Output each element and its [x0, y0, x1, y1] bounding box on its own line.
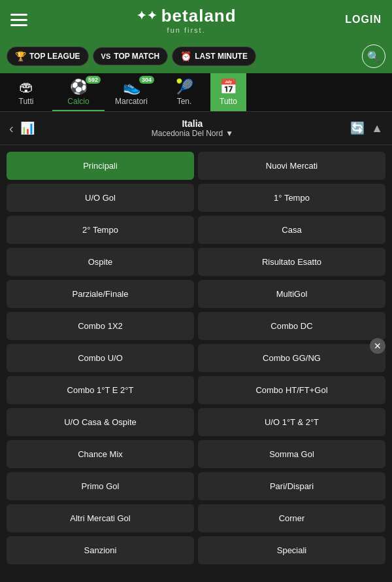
market-btn-uo-gol[interactable]: U/O Gol	[7, 184, 194, 212]
market-btn-pari-dispari[interactable]: Pari/Dispari	[198, 472, 385, 500]
logo-sub: fun first.	[167, 26, 206, 34]
nav-pills: 🏆 TOP LEAGUE VS TOP MATCH ⏰ LAST MINUTE …	[0, 39, 392, 73]
match-country: Italia	[41, 118, 344, 129]
market-btn-primo-gol[interactable]: Primo Gol	[7, 472, 194, 500]
match-title: Italia Macedonia Del Nord ▼	[41, 118, 344, 138]
market-btn-parziale-finale[interactable]: Parziale/Finale	[7, 280, 194, 308]
market-btn-combo-ht-ft-gol[interactable]: Combo HT/FT+Gol	[198, 376, 385, 404]
prev-arrow[interactable]: ‹	[9, 121, 14, 136]
match-teams: Macedonia Del Nord ▼	[41, 129, 344, 138]
market-btn-combo-uo[interactable]: Combo U/O	[7, 344, 194, 372]
pill-last-minute[interactable]: ⏰ LAST MINUTE	[172, 46, 256, 66]
hamburger-menu[interactable]	[10, 14, 27, 26]
market-btn-chance-mix[interactable]: Chance Mix	[7, 440, 194, 468]
trophy-icon: 🏆	[15, 51, 26, 61]
market-btn-combo-1x2[interactable]: Combo 1X2	[7, 312, 194, 340]
tab-tutti[interactable]: 🏟 Tutti	[0, 73, 52, 111]
sport-tabs: 🏟 Tutti 592 ⚽ Calcio 304 👟 Marcatori 🎾 T…	[0, 73, 392, 112]
market-btn-altri-mercati-gol[interactable]: Altri Mercati Gol	[7, 504, 194, 532]
logo: ✦✦ betaland fun first.	[137, 6, 237, 34]
market-btn-casa[interactable]: Casa	[198, 216, 385, 244]
shoe-icon: 👟	[123, 78, 140, 95]
chart-icon: 📊	[20, 121, 35, 135]
login-button[interactable]: LOGIN	[345, 14, 382, 26]
chevron-up-icon[interactable]: ▲	[371, 122, 383, 135]
pill-top-match[interactable]: VS TOP MATCH	[93, 47, 169, 65]
market-grid: PrincipaliNuovi MercatiU/O Gol1° Tempo2°…	[0, 145, 392, 568]
close-button[interactable]: ✕	[370, 338, 385, 354]
chevron-down-icon: ▼	[225, 129, 233, 138]
market-btn-principali[interactable]: Principali	[7, 152, 194, 180]
market-btn-2-tempo[interactable]: 2° Tempo	[7, 216, 194, 244]
tab-tennis[interactable]: 🎾 Ten.	[158, 73, 210, 111]
market-btn-ospite[interactable]: Ospite	[7, 248, 194, 276]
soccer-icon: ⚽	[70, 78, 88, 95]
tab-tutto[interactable]: 📅 Tutto	[210, 73, 246, 111]
tab-calcio[interactable]: 592 ⚽ Calcio	[52, 73, 105, 111]
market-btn-uo-1t-2t[interactable]: U/O 1°T & 2°T	[198, 408, 385, 436]
market-btn-combo-1t-2t[interactable]: Combo 1°T E 2°T	[7, 376, 194, 404]
market-btn-somma-gol[interactable]: Somma Gol	[198, 440, 385, 468]
market-btn-multigol[interactable]: MultiGol	[198, 280, 385, 308]
vs-icon: VS	[101, 52, 111, 60]
search-icon: 🔍	[367, 50, 380, 63]
pill-top-league[interactable]: 🏆 TOP LEAGUE	[7, 46, 89, 66]
header: ✦✦ betaland fun first. LOGIN	[0, 0, 392, 39]
market-btn-1-tempo[interactable]: 1° Tempo	[198, 184, 385, 212]
logo-text: betaland	[161, 6, 237, 26]
calendar-icon: 📅	[220, 78, 237, 95]
market-btn-combo-dc[interactable]: Combo DC	[198, 312, 385, 340]
market-btn-nuovi-mercati[interactable]: Nuovi Mercati	[198, 152, 385, 180]
market-btn-corner[interactable]: Corner	[198, 504, 385, 532]
logo-icon: ✦✦	[137, 9, 157, 23]
market-btn-combo-ggng[interactable]: Combo GG/NG	[198, 344, 385, 372]
refresh-icon[interactable]: 🔄	[350, 121, 365, 135]
market-btn-risultato-esatto[interactable]: Risultato Esatto	[198, 248, 385, 276]
market-btn-speciali[interactable]: Speciali	[198, 536, 385, 564]
tab-marcatori[interactable]: 304 👟 Marcatori	[105, 73, 158, 111]
market-btn-sanzioni[interactable]: Sanzioni	[7, 536, 194, 564]
clock-icon: ⏰	[180, 51, 191, 61]
tennis-icon: 🎾	[176, 78, 193, 95]
search-button[interactable]: 🔍	[362, 44, 385, 68]
market-btn-uo-casa-ospite[interactable]: U/O Casa & Ospite	[7, 408, 194, 436]
stadium-icon: 🏟	[19, 78, 33, 95]
match-header: ‹ 📊 Italia Macedonia Del Nord ▼ 🔄 ▲	[0, 112, 392, 145]
